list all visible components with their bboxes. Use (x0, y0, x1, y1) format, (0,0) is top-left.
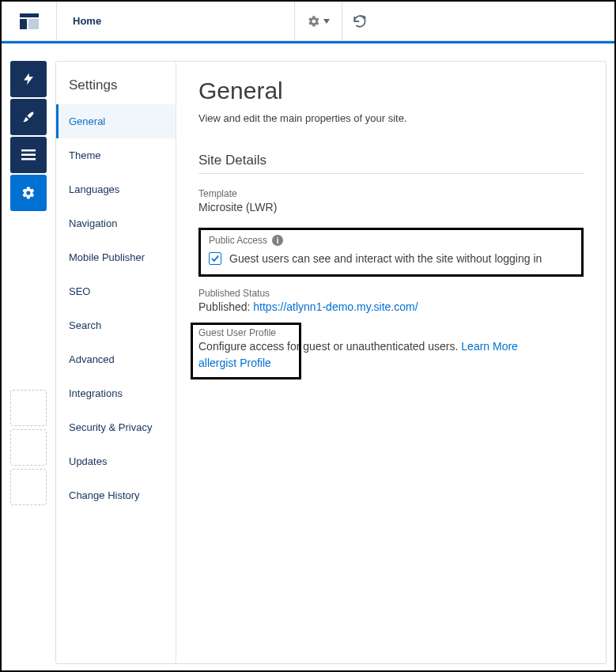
guest-profile-label: Guest User Profile (198, 327, 584, 338)
published-prefix: Published: (198, 300, 253, 313)
rail-button-lightning[interactable] (10, 61, 47, 97)
refresh-button[interactable] (342, 2, 376, 41)
layout-icon (20, 13, 39, 29)
public-access-label-text: Public Access (209, 235, 267, 246)
left-rail (5, 61, 52, 664)
guest-profile-section: Guest User Profile Configure access for … (198, 327, 584, 372)
settings-nav-advanced[interactable]: Advanced (56, 342, 176, 376)
public-access-checkbox-label: Guest users can see and interact with th… (229, 252, 542, 265)
svg-rect-0 (20, 13, 39, 17)
settings-nav-search[interactable]: Search (56, 308, 176, 342)
settings-nav-navigation[interactable]: Navigation (56, 206, 176, 240)
content-subtitle: View and edit the main properties of you… (198, 112, 584, 124)
settings-panel: Settings General Theme Languages Navigat… (55, 61, 607, 664)
public-access-checkbox-row[interactable]: Guest users can see and interact with th… (209, 252, 573, 265)
guest-profile-description: Configure access for guest or unauthenti… (198, 340, 461, 353)
rail-placeholder (10, 469, 47, 505)
workspace: Settings General Theme Languages Navigat… (2, 43, 614, 672)
rail-placeholder (10, 429, 47, 466)
public-access-label: Public Access i (209, 235, 573, 246)
paintbrush-icon (21, 110, 36, 124)
settings-nav-theme[interactable]: Theme (56, 138, 176, 172)
public-access-checkbox[interactable] (209, 252, 221, 265)
guest-profile-text: Configure access for guest or unauthenti… (198, 338, 584, 355)
site-details-header: Site Details (198, 153, 584, 174)
template-label: Template (198, 188, 584, 199)
guest-profile-link[interactable]: allergist Profile (198, 357, 271, 369)
rail-button-theme[interactable] (10, 99, 47, 135)
info-icon[interactable]: i (272, 235, 283, 246)
svg-rect-6 (21, 158, 36, 160)
gear-icon (308, 15, 320, 28)
published-status-value: Published: https://atlynn1-demo.my.site.… (198, 300, 584, 313)
top-bar: Home (2, 2, 614, 41)
list-icon (21, 149, 36, 160)
settings-nav-languages[interactable]: Languages (56, 172, 176, 206)
settings-nav-security-privacy[interactable]: Security & Privacy (56, 410, 176, 444)
app-logo (2, 2, 57, 41)
check-icon (211, 255, 219, 262)
template-value: Microsite (LWR) (198, 201, 584, 213)
content-heading: General (198, 77, 584, 104)
settings-content: General View and edit the main propertie… (176, 62, 606, 663)
svg-rect-5 (21, 154, 36, 157)
page-title[interactable]: Home (57, 2, 294, 40)
guest-profile-learn-more-link[interactable]: Learn More (461, 340, 518, 353)
settings-nav-title: Settings (56, 73, 176, 104)
settings-nav-seo[interactable]: SEO (56, 274, 176, 308)
settings-nav: Settings General Theme Languages Navigat… (56, 62, 176, 663)
settings-dropdown[interactable] (294, 2, 342, 41)
rail-button-settings[interactable] (10, 175, 47, 211)
settings-nav-general[interactable]: General (56, 104, 176, 138)
rail-placeholder (10, 390, 47, 426)
public-access-highlight: Public Access i Guest users can see and … (198, 228, 584, 277)
published-status-label: Published Status (198, 288, 584, 299)
published-url-link[interactable]: https://atlynn1-demo.my.site.com/ (253, 300, 418, 313)
settings-nav-change-history[interactable]: Change History (56, 478, 176, 512)
svg-rect-2 (28, 19, 39, 29)
lightning-icon (21, 72, 36, 86)
gear-icon (21, 186, 36, 200)
svg-rect-1 (20, 19, 27, 29)
settings-nav-integrations[interactable]: Integrations (56, 376, 176, 410)
caret-down-icon (323, 19, 330, 24)
refresh-icon (353, 14, 367, 28)
svg-rect-4 (21, 149, 36, 152)
settings-nav-mobile-publisher[interactable]: Mobile Publisher (56, 240, 176, 274)
rail-button-pages[interactable] (10, 137, 47, 173)
settings-nav-updates[interactable]: Updates (56, 444, 176, 478)
